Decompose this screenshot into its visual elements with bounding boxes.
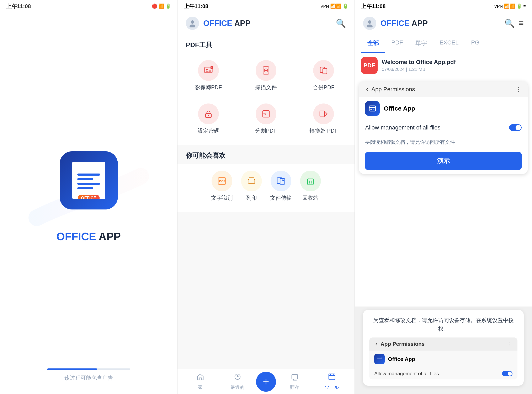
tool-merge-pdf[interactable]: 合併PDF <box>297 56 350 95</box>
file-manager-section: 上午11:08 VPN 📶📶 🔋 ≡ OFFICE APP 🔍 <box>355 0 532 306</box>
svg-point-1 <box>190 25 195 27</box>
header-left-3: OFFICE APP <box>363 17 428 30</box>
recent-icon <box>234 373 242 383</box>
recommend-title: 你可能会喜欢 <box>177 145 355 164</box>
status-bar-2: 上午11:08 VPN 📶📶 🔋 <box>177 0 355 12</box>
logo-line-1 <box>77 174 100 176</box>
battery-icon-3: 🔋 <box>517 4 522 9</box>
storage-icon <box>291 373 299 383</box>
permission-app-row: DOC Office App <box>359 97 528 120</box>
svg-rect-28 <box>308 179 313 185</box>
tools-icon <box>328 373 336 383</box>
file-item-welcome[interactable]: PDF Welcome to Office App.pdf 07/08/2024… <box>355 53 532 78</box>
image-to-pdf-icon: P <box>198 60 219 81</box>
permission-back-btn[interactable]: App Permissions <box>365 86 415 93</box>
app-header: OFFICE APP 🔍 <box>177 12 355 34</box>
permission-toggle-label: Allow management of all files <box>365 124 441 131</box>
tab-pg[interactable]: PG <box>465 34 486 53</box>
status-time-3: 上午11:08 <box>361 3 386 10</box>
tool-label-print: 列印 <box>246 194 257 202</box>
bottom-perm-header: App Permissions ⋮ <box>369 337 517 351</box>
tool-label-scan: 掃描文件 <box>255 84 277 91</box>
header-office: OFFICE <box>203 19 232 28</box>
file-meta: 07/08/2024 | 1.21 MB <box>382 67 526 72</box>
tool-transfer[interactable]: 文件傳輸 <box>268 166 294 206</box>
tool-scan-doc[interactable]: 掃描文件 <box>239 56 293 95</box>
nav-home[interactable]: 家 <box>182 373 219 390</box>
file-separator: | <box>406 67 408 72</box>
permission-back-label: App Permissions <box>371 86 415 93</box>
search-icon[interactable]: 🔍 <box>336 19 346 28</box>
logo-line-2 <box>77 178 93 180</box>
pdf-section-title: PDF工具 <box>177 34 355 54</box>
svg-text:DOC: DOC <box>370 109 375 111</box>
tool-split-pdf[interactable]: % 分割PDF <box>239 99 293 139</box>
svg-point-25 <box>253 181 254 181</box>
tab-excel[interactable]: EXCEL <box>433 34 465 53</box>
tool-ocr[interactable]: OCR 文字識別 <box>209 166 235 206</box>
permission-toggle[interactable] <box>509 124 522 131</box>
bottom-perm-app-name: Office App <box>388 356 415 363</box>
app-name-app: APP <box>98 230 121 243</box>
svg-rect-46 <box>377 357 382 361</box>
permission-app-name: Office App <box>384 105 415 112</box>
permission-more-btn[interactable]: ⋮ <box>515 86 522 93</box>
search-icon-3[interactable]: 🔍 <box>504 19 515 28</box>
convert-pdf-icon <box>313 104 334 124</box>
phone3-permissions: 上午11:08 VPN 📶📶 🔋 ≡ OFFICE APP 🔍 <box>355 0 532 394</box>
bottom-sheet: 为查看和修改文档，请允许访问设备存储。在系统设置中授权。 App Permiss… <box>363 310 524 386</box>
content-spacer <box>177 212 355 369</box>
status-icons-1: 🔴 📶 🔋 <box>152 4 171 9</box>
svg-point-3 <box>206 69 208 70</box>
demo-button[interactable]: 演示 <box>365 152 522 170</box>
recycle-icon <box>300 171 321 191</box>
svg-rect-23 <box>249 178 254 180</box>
home-icon <box>196 373 204 383</box>
progress-bar <box>47 368 130 370</box>
bottom-perm-app-row: Office App <box>369 351 517 368</box>
bottom-perm-dots: ⋮ <box>507 341 512 347</box>
svg-point-0 <box>191 20 194 24</box>
nav-storage[interactable]: 貯存 <box>276 373 313 390</box>
tools-grid: P 影像轉PDF 掃描文件 合併PDF 設定密碼 % <box>177 54 355 145</box>
nav-storage-label: 貯存 <box>290 384 299 390</box>
nav-tools[interactable]: ツール <box>313 373 350 390</box>
logo-background: OFFICE <box>60 151 118 209</box>
bottom-perm-header-left: App Permissions <box>374 341 424 347</box>
tool-image-to-pdf[interactable]: P 影像轉PDF <box>182 56 235 95</box>
bottom-perm-toggle[interactable] <box>502 371 512 376</box>
tab-pdf[interactable]: PDF <box>385 34 409 53</box>
status-bar-3: 上午11:08 VPN 📶📶 🔋 ≡ <box>355 0 532 12</box>
tab-word[interactable]: 單字 <box>409 34 433 53</box>
tool-label-merge: 合併PDF <box>313 84 334 91</box>
phone2-main: 上午11:08 VPN 📶📶 🔋 OFFICE APP 🔍 PDF工具 P 影像 <box>177 0 355 394</box>
nav-recent[interactable]: 最近的 <box>219 373 256 390</box>
nav-tools-label: ツール <box>325 384 339 390</box>
permission-dialog: App Permissions ⋮ DOC Office App Allow m… <box>359 82 528 174</box>
svg-rect-37 <box>329 374 335 380</box>
status-bar-1: 上午11:08 🔴 📶 🔋 <box>0 0 177 12</box>
permission-toggle-row: Allow management of all files <box>359 120 528 135</box>
tool-label-convert: 轉換為 PDF <box>310 127 338 135</box>
merge-pdf-icon <box>313 60 334 81</box>
tool-set-password[interactable]: 設定密碼 <box>182 99 235 139</box>
status-icons-3: VPN 📶📶 🔋 ≡ <box>494 4 526 9</box>
svg-point-41 <box>368 20 371 24</box>
user-avatar-3[interactable] <box>363 17 376 30</box>
tool-convert-pdf[interactable]: 轉換為 PDF <box>297 99 350 139</box>
status-time-1: 上午11:08 <box>6 3 31 10</box>
user-avatar[interactable] <box>186 17 199 30</box>
header-actions-3: 🔍 ≡ <box>504 19 524 28</box>
nav-recent-label: 最近的 <box>231 384 244 390</box>
svg-point-14 <box>208 115 209 116</box>
app-name-office: OFFICE <box>57 230 96 243</box>
nav-add-button[interactable]: + <box>256 372 276 392</box>
ad-disclaimer: 该过程可能包含广告 <box>64 374 113 382</box>
bottom-perm-label: Allow management of all files <box>374 371 439 377</box>
permission-header: App Permissions ⋮ <box>359 82 528 97</box>
tab-all[interactable]: 全部 <box>361 34 385 53</box>
tool-print[interactable]: 列印 <box>239 166 264 206</box>
tool-recycle[interactable]: 回收站 <box>298 166 323 206</box>
pdf-icon: PDF <box>361 57 377 74</box>
filter-icon-3[interactable]: ≡ <box>519 19 524 28</box>
